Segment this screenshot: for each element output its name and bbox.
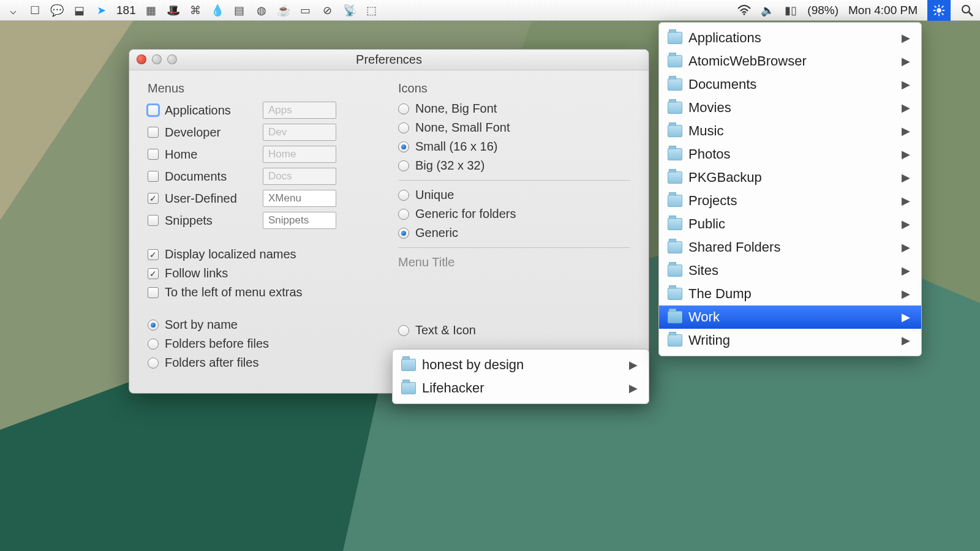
sort-radio-2[interactable]	[148, 358, 159, 369]
sort-radio-1[interactable]	[148, 339, 159, 350]
pointer-icon[interactable]: ⬚	[365, 4, 379, 17]
work-submenu: honest by design▶Lifehacker▶	[392, 349, 649, 404]
camera-icon[interactable]: ⌵	[6, 4, 20, 17]
menu-label-3: Documents	[165, 170, 257, 184]
antenna-icon[interactable]: 📡	[343, 4, 356, 17]
left-of-extras-checkbox[interactable]	[148, 287, 159, 298]
menu-field-0[interactable]	[263, 102, 336, 119]
menu-item-label: Work	[688, 309, 720, 325]
menu-item-label: Documents	[688, 77, 756, 92]
menu-item-label: PKGBackup	[688, 170, 762, 186]
folder-icon	[668, 171, 682, 184]
follow-links-checkbox[interactable]	[148, 268, 159, 279]
icon-kind-radio-2[interactable]	[398, 228, 409, 239]
menu-item-label: Applications	[688, 30, 761, 46]
menu-item-label: Writing	[688, 332, 730, 348]
display-icon[interactable]: ▭	[299, 4, 312, 17]
chevron-right-icon: ▶	[883, 287, 910, 301]
icon-size-radio-0[interactable]	[398, 103, 409, 114]
mainmenu-item-shared-folders[interactable]: Shared Folders▶	[659, 236, 921, 259]
hat-icon[interactable]: 🎩	[167, 4, 180, 17]
icon-kind-label-1: Generic for folders	[415, 207, 516, 221]
mainmenu-item-photos[interactable]: Photos▶	[659, 143, 921, 166]
icons-section: Icons None, Big FontNone, Small FontSmal…	[398, 81, 630, 375]
battery-icon[interactable]: ▮▯	[784, 4, 797, 17]
globe-icon[interactable]: ◍	[255, 4, 268, 17]
menu-field-2[interactable]	[263, 146, 336, 163]
folder-icon	[668, 241, 682, 253]
chevron-right-icon: ▶	[611, 358, 638, 372]
mainmenu-item-sites[interactable]: Sites▶	[659, 259, 921, 282]
clock[interactable]: Mon 4:00 PM	[848, 4, 918, 17]
mainmenu-item-atomicwebbrowser[interactable]: AtomicWebBrowser▶	[659, 50, 921, 73]
mainmenu-item-public[interactable]: Public▶	[659, 212, 921, 236]
note-icon[interactable]: ▤	[233, 4, 246, 17]
cup-icon[interactable]: ☕	[277, 4, 290, 17]
icon-kind-label-0: Unique	[415, 188, 454, 202]
svg-line-6	[935, 6, 937, 7]
menu-checkbox-2[interactable]	[148, 149, 159, 160]
icon-size-radio-3[interactable]	[398, 160, 409, 171]
submenu-item-lifehacker[interactable]: Lifehacker▶	[393, 377, 649, 400]
chevron-right-icon: ▶	[883, 171, 910, 184]
drop-icon[interactable]: 💧	[211, 4, 224, 17]
icon-kind-radio-1[interactable]	[398, 209, 409, 220]
svg-point-0	[744, 13, 745, 15]
wifi-icon[interactable]	[737, 4, 751, 17]
menubar: ⌵ ☐ 💬 ⬓ ➤ 181 ▦ 🎩 ⌘ 💧 ▤ ◍ ☕ ▭ ⊘ 📡 ⬚ 🔈 ▮▯…	[0, 0, 980, 21]
mainmenu-item-movies[interactable]: Movies▶	[659, 96, 921, 119]
mainmenu-item-work[interactable]: Work▶	[659, 305, 921, 329]
mainmenu-item-music[interactable]: Music▶	[659, 119, 921, 143]
disc-icon[interactable]: ⊘	[321, 4, 334, 17]
xmenu-menubar-icon[interactable]	[927, 0, 951, 21]
mainmenu-item-the-dump[interactable]: The Dump▶	[659, 282, 921, 305]
menu-field-5[interactable]	[263, 212, 336, 229]
menu-checkbox-4[interactable]	[148, 193, 159, 204]
phone-icon[interactable]: ☐	[28, 4, 42, 17]
notification-count[interactable]: 181	[116, 4, 136, 17]
close-button[interactable]	[137, 54, 146, 64]
mainmenu-item-writing[interactable]: Writing▶	[659, 329, 921, 352]
spotlight-search-icon[interactable]	[960, 4, 974, 17]
volume-icon[interactable]: 🔈	[761, 4, 774, 17]
menu-item-label: Sites	[688, 263, 718, 279]
grid-icon[interactable]: ▦	[145, 4, 158, 17]
cursor-icon[interactable]: ➤	[94, 4, 108, 17]
icon-size-radio-1[interactable]	[398, 122, 409, 133]
folder-icon	[668, 195, 682, 207]
menu-title-label-0: Text & Icon	[415, 323, 476, 337]
mainmenu-item-applications[interactable]: Applications▶	[659, 26, 921, 50]
sort-radio-0[interactable]	[148, 320, 159, 331]
mainmenu-item-projects[interactable]: Projects▶	[659, 189, 921, 212]
menu-item-label: Photos	[688, 146, 731, 162]
titlebar[interactable]: Preferences	[129, 50, 649, 70]
minimize-button[interactable]	[152, 54, 162, 64]
dropbox-icon[interactable]: ⬓	[72, 4, 86, 17]
menu-field-3[interactable]	[263, 168, 336, 185]
menu-item-label: Public	[688, 216, 725, 232]
menu-item-label: Music	[688, 123, 723, 139]
menu-checkbox-1[interactable]	[148, 127, 159, 138]
menu-field-1[interactable]	[263, 124, 336, 141]
icon-kind-radio-0[interactable]	[398, 190, 409, 201]
svg-point-10	[962, 6, 970, 13]
mainmenu-item-pkgbackup[interactable]: PKGBackup▶	[659, 166, 921, 189]
svg-line-11	[969, 12, 973, 16]
menu-title-radio-0[interactable]	[398, 325, 409, 336]
submenu-item-honest-by-design[interactable]: honest by design▶	[393, 353, 649, 377]
preferences-window: Preferences Menus ApplicationsDeveloperH…	[129, 49, 649, 394]
menu-field-4[interactable]	[263, 190, 336, 207]
icon-size-radio-2[interactable]	[398, 141, 409, 152]
display-localized-checkbox[interactable]	[148, 249, 159, 260]
menu-checkbox-3[interactable]	[148, 171, 159, 182]
mainmenu-item-documents[interactable]: Documents▶	[659, 73, 921, 96]
command-icon[interactable]: ⌘	[189, 4, 202, 17]
chevron-right-icon: ▶	[883, 241, 910, 254]
svg-line-8	[935, 13, 937, 15]
zoom-button[interactable]	[167, 54, 177, 64]
chevron-right-icon: ▶	[883, 194, 910, 208]
icon-size-label-2: Small (16 x 16)	[415, 140, 498, 154]
menu-checkbox-5[interactable]	[148, 215, 159, 226]
chat-icon[interactable]: 💬	[50, 4, 64, 17]
menu-checkbox-0[interactable]	[148, 105, 159, 116]
